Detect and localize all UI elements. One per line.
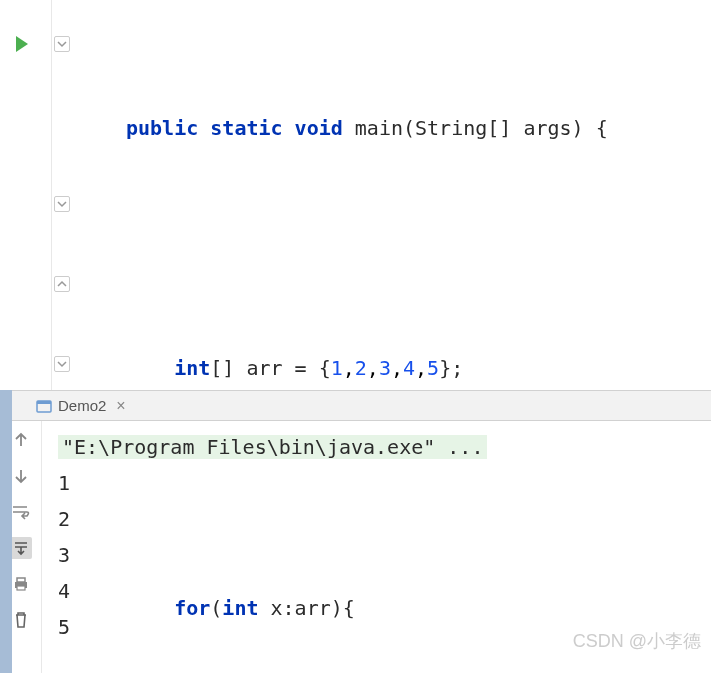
watermark: CSDN @小李德	[573, 629, 701, 653]
scroll-to-end-icon[interactable]	[10, 537, 32, 559]
code-line: public static void main(String[] args) {	[76, 108, 711, 148]
arrow-up-icon[interactable]	[10, 429, 32, 451]
code-line: int[] arr = {1,2,3,4,5};	[76, 348, 711, 388]
code-line: for(int x:arr){	[76, 588, 711, 628]
fold-icon[interactable]	[54, 196, 70, 212]
code-area[interactable]: public static void main(String[] args) {…	[76, 0, 711, 390]
print-icon[interactable]	[10, 573, 32, 595]
svg-rect-1	[37, 401, 51, 404]
run-gutter-icon[interactable]	[16, 36, 28, 52]
fold-gutter	[52, 0, 76, 390]
code-line	[76, 228, 711, 268]
soft-wrap-icon[interactable]	[10, 501, 32, 523]
svg-rect-3	[17, 578, 25, 582]
arrow-down-icon[interactable]	[10, 465, 32, 487]
gutter	[0, 0, 52, 390]
code-line	[76, 468, 711, 508]
fold-icon[interactable]	[54, 276, 70, 292]
trash-icon[interactable]	[10, 609, 32, 631]
editor-pane: public static void main(String[] args) {…	[0, 0, 711, 390]
svg-rect-4	[17, 586, 25, 590]
fold-icon[interactable]	[54, 356, 70, 372]
fold-icon[interactable]	[54, 36, 70, 52]
application-icon	[36, 398, 52, 414]
